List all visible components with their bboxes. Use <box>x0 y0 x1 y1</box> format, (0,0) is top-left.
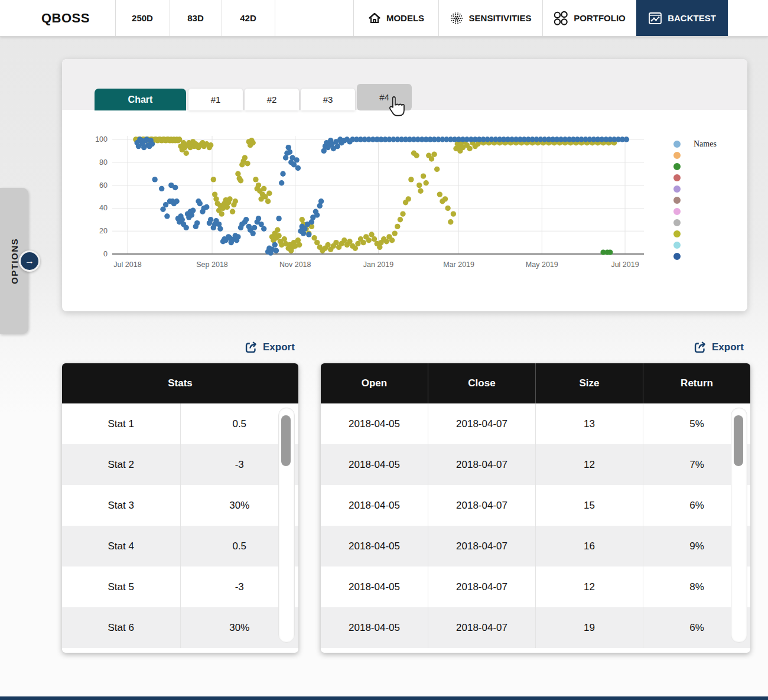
trades-header-cell-open: Open <box>321 363 428 403</box>
stats-scrollbar[interactable] <box>278 408 295 643</box>
grid-circles-icon <box>553 11 568 26</box>
options-panel[interactable]: OPTIONS → <box>0 188 28 334</box>
stats-table-row[interactable]: Stat 330% <box>62 485 298 526</box>
stats-export-button[interactable]: Export <box>244 340 295 354</box>
trades-table-row[interactable]: 2018-04-052018-04-07156% <box>321 485 750 526</box>
trades-table-row[interactable]: 2018-04-052018-04-07127% <box>321 444 750 485</box>
stats-table-body: Stat 10.5Stat 2-3Stat 330%Stat 40.5Stat … <box>62 403 298 653</box>
nav-tab-sensitivities[interactable]: SENSITIVITIES <box>438 0 542 36</box>
trades-scrollbar-thumb[interactable] <box>734 415 743 466</box>
trades-table-row[interactable]: 2018-04-052018-04-07128% <box>321 566 750 607</box>
data-point-series-olive <box>245 161 250 166</box>
y-tick-label: 0 <box>103 250 108 258</box>
trades-cell: 2018-04-07 <box>428 444 536 485</box>
data-point-series-olive <box>451 211 456 216</box>
trades-cell: 2018-04-07 <box>428 403 536 444</box>
options-expand-button[interactable]: → <box>19 250 40 272</box>
data-point-series-olive <box>421 173 426 178</box>
data-point-series-blue <box>194 220 200 226</box>
data-point-series-olive <box>265 198 271 204</box>
trades-cell: 2018-04-07 <box>428 607 536 648</box>
data-point-series-blue <box>217 226 223 232</box>
legend-item <box>673 194 744 206</box>
data-point-series-olive <box>431 152 437 157</box>
nav-tab-backtest[interactable]: BACKTEST <box>636 0 728 36</box>
period-button-250d[interactable]: 250D <box>115 0 170 36</box>
tab-1[interactable]: #1 <box>188 89 243 110</box>
nav-divider <box>275 0 275 36</box>
data-point-series-blue <box>279 180 284 185</box>
legend-item <box>673 183 744 194</box>
data-point-series-blue <box>159 186 164 191</box>
legend-dot-icon <box>673 253 681 260</box>
period-button-42d[interactable]: 42D <box>222 0 275 36</box>
trades-cell: 2018-04-05 <box>321 526 428 566</box>
stats-table-row[interactable]: Stat 630% <box>62 607 298 648</box>
legend-dot-icon <box>673 163 681 170</box>
stats-header-cell: Stats <box>62 363 298 403</box>
data-point-series-olive <box>389 237 395 243</box>
trades-cell: 19 <box>536 607 643 648</box>
tab-4[interactable]: #4 <box>357 84 412 110</box>
data-point-series-olive <box>414 153 419 158</box>
legend-dot-icon <box>673 141 681 148</box>
y-tick-label: 80 <box>99 158 108 167</box>
trades-scrollbar[interactable] <box>731 408 747 643</box>
data-point-series-blue <box>149 141 155 146</box>
data-point-series-olive <box>416 183 422 188</box>
app-logo[interactable]: QBOSS <box>41 0 90 36</box>
data-point-series-blue <box>152 177 157 182</box>
trades-header-cell-close: Close <box>428 363 536 403</box>
scatter-plot[interactable]: 020406080100Jul 2018Sep 2018Nov 2018Jan … <box>86 131 662 279</box>
nav-tab-portfolio[interactable]: PORTFOLIO <box>542 0 636 36</box>
stats-scrollbar-thumb[interactable] <box>281 415 291 466</box>
data-point-series-olive <box>227 196 232 201</box>
tab-3[interactable]: #3 <box>301 89 355 110</box>
stats-table-row[interactable]: Stat 40.5 <box>62 526 298 566</box>
trades-header-cell-size: Size <box>536 363 643 403</box>
chart-window-icon <box>648 12 662 25</box>
nav-tab-models[interactable]: MODELS <box>354 0 438 36</box>
x-tick-label: Mar 2019 <box>443 261 474 269</box>
period-button-83d[interactable]: 83D <box>170 0 222 36</box>
trades-table-row[interactable]: 2018-04-052018-04-07169% <box>321 526 750 566</box>
y-tick-label: 20 <box>99 227 108 235</box>
stats-table-row[interactable]: Stat 5-3 <box>62 566 298 607</box>
data-point-series-blue <box>624 136 629 142</box>
legend-title: Names <box>694 139 717 149</box>
data-point-series-olive <box>238 178 243 183</box>
y-tick-label: 100 <box>95 135 108 144</box>
legend-item <box>673 239 744 250</box>
stats-table-row[interactable]: Stat 2-3 <box>62 444 298 485</box>
stat-name-cell: Stat 3 <box>62 485 181 526</box>
legend-dot-icon <box>673 242 681 249</box>
data-point-series-blue <box>294 157 299 162</box>
nav-backtest-label: BACKTEST <box>668 13 716 23</box>
x-tick-label: Nov 2018 <box>279 261 311 269</box>
data-point-series-blue <box>318 198 324 204</box>
data-point-series-olive <box>406 196 411 201</box>
trades-cell: 2018-04-07 <box>428 566 536 607</box>
period-83d-label: 83D <box>187 13 204 23</box>
chart-card: Chart #1 #2 #3 #4 020406080100Jul 2018Se… <box>62 59 747 311</box>
data-point-series-blue <box>250 230 256 236</box>
data-point-series-blue <box>274 248 279 253</box>
tab-2[interactable]: #2 <box>245 89 299 110</box>
nav-portfolio-label: PORTFOLIO <box>574 13 626 23</box>
data-point-series-blue <box>276 216 281 221</box>
trades-table-row[interactable]: 2018-04-052018-04-07196% <box>321 607 750 648</box>
data-point-series-olive <box>418 188 423 194</box>
tab-chart[interactable]: Chart <box>95 89 186 110</box>
home-icon <box>368 12 381 25</box>
trades-table-row[interactable]: 2018-04-052018-04-07135% <box>321 403 750 444</box>
data-point-series-blue <box>164 213 170 219</box>
trades-cell: 12 <box>536 566 643 607</box>
stats-table-row[interactable]: Stat 10.5 <box>62 403 298 444</box>
legend-dot-icon <box>673 197 681 204</box>
stats-table: Stats Stat 10.5Stat 2-3Stat 330%Stat 40.… <box>62 363 298 653</box>
x-tick-label: Jan 2019 <box>363 261 393 269</box>
data-point-series-blue <box>184 225 189 230</box>
x-tick-label: Jul 2019 <box>611 261 639 269</box>
data-point-series-blue <box>314 212 320 217</box>
trades-export-button[interactable]: Export <box>693 340 744 354</box>
